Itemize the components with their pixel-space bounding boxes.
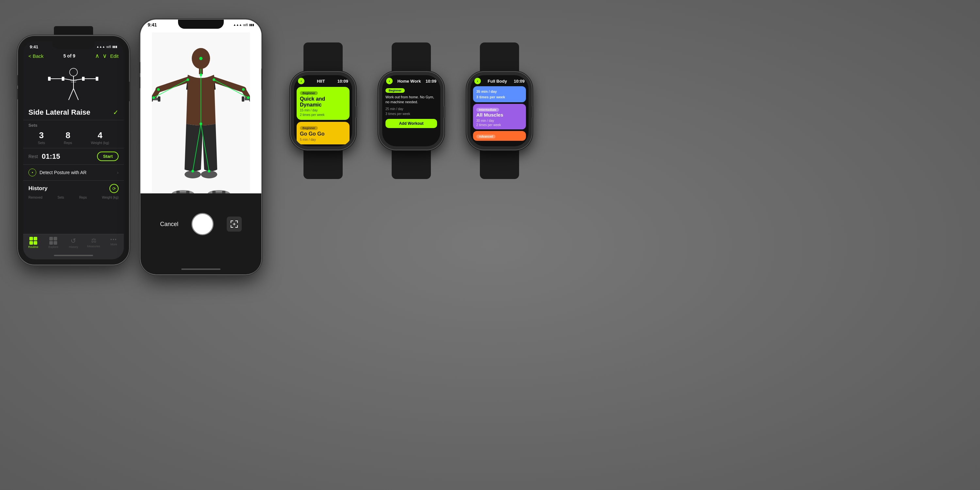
watch1-back-btn[interactable]: ‹ [298, 78, 304, 84]
watch3-container: ‹ Full Body 10:09 35 min / day3 times pe… [467, 43, 532, 179]
svg-point-44 [208, 170, 210, 172]
watch1-frame: ‹ HIIT 10:09 Beginner Quick and Dynamic … [291, 72, 355, 150]
phone2-time: 9:41 [148, 22, 157, 27]
watch2-content: Beginner Work out from home. No Gym, no … [382, 86, 440, 130]
phone1-sets-unit: Sets [38, 141, 45, 145]
phone1: 9:41 ▲▲▲ wifi ▮▮▮ < Back 5 of 9 ∧ ∨ Edit [18, 26, 129, 255]
svg-rect-1 [48, 77, 51, 81]
phone1-check-icon: ✓ [113, 108, 119, 116]
phone1-tab-more[interactable]: ••• More [103, 237, 124, 246]
phone1-sets-stat: 3 Sets [38, 130, 45, 145]
phone1-frame: 9:41 ▲▲▲ wifi ▮▮▮ < Back 5 of 9 ∧ ∨ Edit [18, 36, 129, 265]
phone1-col-weight: Weight (kg) [102, 196, 119, 199]
phone1-rest-time: 01:15 [42, 152, 60, 161]
phone2: 9:41 ▲▲▲ wifi ▮▮▮ [140, 20, 261, 274]
watch2-container: ‹ Home Work 10:09 Beginner Work out from… [379, 43, 444, 179]
phone1-col-reps: Reps [79, 196, 87, 199]
phone1-ar-row[interactable]: ✦ Detect Posture with AR › [23, 165, 124, 181]
watch3-allmuscles-title: All Muscles [476, 112, 523, 118]
watch2-time: 10:09 [426, 79, 436, 84]
phone2-cancel-btn[interactable]: Cancel [160, 221, 178, 228]
phone1-rest-row: Rest 01:15 Start [23, 148, 124, 165]
svg-point-40 [152, 96, 155, 99]
watch1-time: 10:09 [337, 79, 348, 84]
phone1-tab-more-label: More [110, 243, 117, 246]
svg-point-3 [70, 68, 78, 76]
phone2-screen: 9:41 ▲▲▲ wifi ▮▮▮ [140, 20, 261, 274]
phone1-history-icon[interactable]: ⟳ [110, 184, 119, 193]
phone1-tab-routine[interactable]: Routine [23, 237, 43, 248]
phone1-prev-btn[interactable]: ∧ [95, 52, 99, 59]
watch1-card-gogogo[interactable]: Beginner Go Go Go 5 min / day [297, 122, 350, 145]
phone1-col-sets: Sets [57, 196, 64, 199]
watch3-blue-text: 35 min / day3 times per week [476, 89, 523, 100]
phone1-tab-explore-label: Explore [48, 245, 59, 248]
svg-point-37 [213, 78, 215, 81]
watch1-container: ‹ HIIT 10:09 Beginner Quick and Dynamic … [291, 43, 355, 179]
phone1-tab-history[interactable]: ↺ History [64, 237, 84, 248]
watch3-card-orange[interactable]: Advanced [473, 131, 526, 141]
watch1-card-quick[interactable]: Beginner Quick and Dynamic 15 min / day2… [297, 87, 350, 120]
phone1-ar-icon: ✦ [29, 169, 36, 177]
phone1-navbar: < Back 5 of 9 ∧ ∨ Edit [23, 51, 124, 61]
watch3-back-btn[interactable]: ‹ [474, 78, 481, 84]
watch1-quick-title: Quick and Dynamic [300, 96, 346, 108]
watch1-title: HIIT [317, 79, 325, 84]
watch1-screen: ‹ HIIT 10:09 Beginner Quick and Dynamic … [294, 75, 352, 146]
phone1-next-btn[interactable]: ∨ [103, 52, 107, 59]
watch2-description: Work out from home. No Gym, no machine n… [385, 95, 437, 105]
watch2-crown[interactable] [444, 106, 445, 118]
phone2-frame: 9:41 ▲▲▲ wifi ▮▮▮ [140, 20, 261, 274]
watch1-badge-beginner2: Beginner [300, 126, 318, 130]
watch3-allmuscles-sub: 30 min / day2 times per week [476, 119, 523, 127]
watch3-intermediate-badge: Intermediate [476, 108, 499, 112]
svg-line-11 [73, 89, 78, 100]
phone1-rest-label: Rest [29, 154, 38, 159]
phone2-notch [178, 20, 224, 29]
phone1-ar-chevron: › [117, 170, 119, 175]
watch1-badge-beginner: Beginner [300, 91, 318, 95]
watch2-add-btn[interactable]: Add Workout [385, 119, 437, 128]
phone1-tab-measures-label: Measures [87, 245, 100, 248]
watch1-gogogo-sub: 5 min / day [300, 137, 346, 142]
phone1-tab-history-label: History [69, 245, 78, 248]
watch2-badge: Beginner [385, 88, 405, 93]
watch3-time: 10:09 [514, 79, 525, 84]
svg-rect-9 [96, 77, 98, 81]
svg-line-5 [64, 79, 73, 80]
watch3-content: 35 min / day3 times per week Intermediat… [470, 86, 528, 142]
watch2-back-btn[interactable]: ‹ [386, 78, 393, 84]
phone1-home-indicator [54, 255, 93, 256]
watch2-stats: 25 min / day3 times per week [385, 107, 437, 116]
phone1-reps-unit: Reps [64, 141, 72, 145]
phone2-ar-scan-btn[interactable] [227, 216, 242, 232]
svg-rect-24 [242, 96, 244, 102]
phone1-tab-explore[interactable]: Explore [43, 237, 64, 248]
svg-point-41 [247, 96, 250, 99]
phone1-time: 9:41 [30, 45, 38, 49]
watch3-frame: ‹ Full Body 10:09 35 min / day3 times pe… [467, 72, 532, 150]
phone1-notch [52, 41, 95, 49]
phone1-start-btn[interactable]: Start [97, 151, 119, 161]
phone1-stats-row: 3 Sets 8 Reps 4 Weight (kg) [23, 129, 124, 148]
watch1-gogogo-title: Go Go Go [300, 131, 346, 137]
phone1-screen: 9:41 ▲▲▲ wifi ▮▮▮ < Back 5 of 9 ∧ ∨ Edit [23, 41, 124, 259]
watch3-crown[interactable] [532, 106, 534, 118]
watch3-card-purple[interactable]: Intermediate All Muscles 30 min / day2 t… [473, 104, 526, 129]
svg-point-38 [157, 88, 160, 91]
phone1-counter: 5 of 9 [64, 53, 75, 59]
phone2-photo-area [140, 27, 261, 200]
watch1-crown[interactable] [355, 106, 357, 118]
watch2-title: Home Work [397, 79, 421, 84]
watch3-title: Full Body [488, 79, 507, 84]
svg-point-36 [186, 78, 189, 81]
phone1-edit-btn[interactable]: Edit [110, 53, 119, 59]
phone1-tab-measures[interactable]: ⚖ Measures [84, 237, 104, 248]
phone1-reps-val: 8 [66, 130, 70, 140]
watch3-card-blue[interactable]: 35 min / day3 times per week [473, 86, 526, 102]
phone2-home-indicator [181, 269, 221, 270]
phone2-shutter-btn[interactable] [191, 213, 214, 235]
phone1-exercise-name-row: Side Lateral Raise ✓ [23, 105, 124, 120]
watch3-advanced-badge: Advanced [476, 135, 496, 138]
phone1-back-btn[interactable]: < Back [29, 53, 43, 59]
